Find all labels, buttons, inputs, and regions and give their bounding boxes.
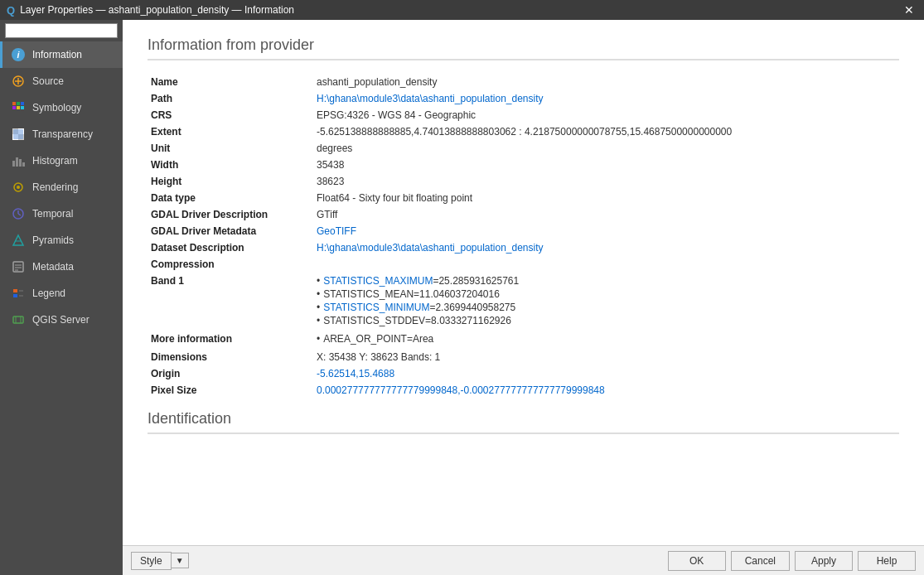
help-button[interactable]: Help (858, 551, 916, 571)
qgis-server-icon (11, 312, 26, 327)
stat-stddev: STATISTICS_STDDEV=8.0333271162926 (323, 315, 511, 326)
stat-min: STATISTICS_MINIMUM=2.3699440958275 (323, 302, 515, 313)
bottom-bar: Style ▼ OK Cancel Apply Help (123, 545, 924, 575)
title-bar: Q Layer Properties — ashanti_population_… (0, 0, 924, 20)
symbology-icon (11, 100, 26, 115)
compression-value (313, 256, 899, 273)
unit-label: Unit (148, 140, 313, 157)
table-row: Dataset Description H:\ghana\module3\dat… (148, 239, 899, 256)
svg-rect-7 (17, 106, 20, 109)
dimensions-value: X: 35438 Y: 38623 Bands: 1 (313, 349, 899, 365)
extent-value: -5.625138888888885,4.74013888888803062 :… (313, 123, 899, 140)
pixel-size-value: 0.000277777777777779999848,-0.0002777777… (313, 382, 899, 399)
style-button[interactable]: Style (131, 552, 172, 570)
transparency-icon (11, 127, 26, 142)
sidebar-item-temporal[interactable]: Temporal (0, 201, 123, 227)
apply-button[interactable]: Apply (795, 551, 853, 571)
sidebar-label-information: Information (32, 49, 82, 60)
table-row: Data type Float64 - Sixty four bit float… (148, 190, 899, 206)
bottom-buttons: OK Cancel Apply Help (668, 551, 916, 571)
crs-label: CRS (148, 107, 313, 123)
table-row: Width 35438 (148, 157, 899, 173)
sidebar-item-source[interactable]: Source (0, 68, 123, 94)
table-row: GDAL Driver Metadata GeoTIFF (148, 223, 899, 239)
crs-value: EPSG:4326 - WGS 84 - Geographic (313, 107, 899, 123)
sidebar-label-pyramids: Pyramids (32, 234, 74, 246)
sidebar-label-histogram: Histogram (32, 155, 78, 167)
svg-rect-6 (12, 106, 16, 109)
dimensions-label: Dimensions (148, 349, 313, 365)
window-title: Layer Properties — ashanti_population_de… (20, 4, 294, 16)
gdal-meta-value: GeoTIFF (313, 223, 899, 239)
width-value: 35438 (313, 157, 899, 173)
pyramids-icon (11, 233, 26, 248)
gdal-desc-label: GDAL Driver Description (148, 206, 313, 223)
section1-title: Information from provider (148, 36, 899, 60)
svg-rect-8 (21, 106, 24, 109)
style-dropdown-arrow[interactable]: ▼ (172, 553, 189, 568)
svg-rect-29 (13, 289, 17, 292)
svg-rect-3 (12, 102, 16, 105)
more-info-value: AREA_OR_POINT=Area (313, 331, 899, 349)
sidebar-item-symbology[interactable]: Symbology (0, 94, 123, 121)
more-info-label: More information (148, 331, 313, 349)
sidebar-label-metadata: Metadata (32, 261, 74, 273)
name-label: Name (148, 74, 313, 90)
svg-rect-5 (21, 102, 24, 105)
sidebar-item-qgis-server[interactable]: QGIS Server (0, 307, 123, 333)
svg-rect-33 (13, 316, 23, 323)
sidebar-item-rendering[interactable]: Rendering (0, 174, 123, 201)
width-label: Width (148, 157, 313, 173)
table-row: Path H:\ghana\module3\data\ashanti_popul… (148, 90, 899, 107)
sidebar-item-pyramids[interactable]: Pyramids (0, 227, 123, 254)
sidebar-label-symbology: Symbology (32, 102, 81, 114)
table-row: Compression (148, 256, 899, 273)
metadata-icon (11, 259, 26, 274)
style-dropdown: Style ▼ (131, 552, 189, 570)
dataset-desc-value: H:\ghana\module3\data\ashanti_population… (313, 239, 899, 256)
ok-button[interactable]: OK (668, 551, 726, 571)
band1-label: Band 1 (148, 273, 313, 331)
table-row: Extent -5.625138888888885,4.740138888888… (148, 123, 899, 140)
svg-rect-14 (12, 161, 15, 167)
path-label: Path (148, 90, 313, 107)
cancel-button[interactable]: Cancel (731, 551, 790, 571)
list-item: STATISTICS_STDDEV=8.0333271162926 (317, 315, 896, 326)
stat-mean: STATISTICS_MEAN=11.046037204016 (323, 288, 500, 300)
table-row: Unit degrees (148, 140, 899, 157)
name-value: ashanti_population_density (313, 74, 899, 90)
sidebar: i Information Source Symbology (0, 20, 123, 575)
svg-rect-15 (16, 157, 18, 167)
table-row: Origin -5.62514,15.4688 (148, 365, 899, 382)
table-row: More information AREA_OR_POINT=Area (148, 331, 899, 349)
table-row: Dimensions X: 35438 Y: 38623 Bands: 1 (148, 349, 899, 365)
list-item: STATISTICS_MAXIMUM=25.285931625761 (317, 275, 896, 287)
close-button[interactable]: ✕ (901, 3, 917, 17)
origin-value: -5.62514,15.4688 (313, 365, 899, 382)
search-input[interactable] (5, 23, 118, 38)
app-icon: Q (7, 4, 15, 17)
origin-label: Origin (148, 365, 313, 382)
height-label: Height (148, 173, 313, 190)
info-table: Name ashanti_population_density Path H:\… (148, 74, 899, 399)
sidebar-item-legend[interactable]: Legend (0, 280, 123, 307)
svg-line-22 (18, 214, 21, 215)
compression-label: Compression (148, 256, 313, 273)
band1-values: STATISTICS_MAXIMUM=25.285931625761 STATI… (313, 273, 899, 331)
svg-rect-17 (22, 162, 25, 167)
band-stats-list: STATISTICS_MAXIMUM=25.285931625761 STATI… (317, 275, 896, 326)
sidebar-label-rendering: Rendering (32, 181, 78, 193)
table-row: CRS EPSG:4326 - WGS 84 - Geographic (148, 107, 899, 123)
gdal-meta-label: GDAL Driver Metadata (148, 223, 313, 239)
pixel-size-label: Pixel Size (148, 382, 313, 399)
list-item: STATISTICS_MEAN=11.046037204016 (317, 288, 896, 300)
search-bar (0, 20, 123, 41)
sidebar-item-information[interactable]: i Information (0, 41, 123, 68)
gdal-meta-link[interactable]: GeoTIFF (317, 225, 356, 237)
sidebar-item-transparency[interactable]: Transparency (0, 121, 123, 147)
sidebar-label-source: Source (32, 75, 64, 87)
section2-title: Identification (148, 410, 899, 434)
sidebar-item-metadata[interactable]: Metadata (0, 254, 123, 280)
sidebar-item-histogram[interactable]: Histogram (0, 147, 123, 174)
temporal-icon (11, 206, 26, 221)
